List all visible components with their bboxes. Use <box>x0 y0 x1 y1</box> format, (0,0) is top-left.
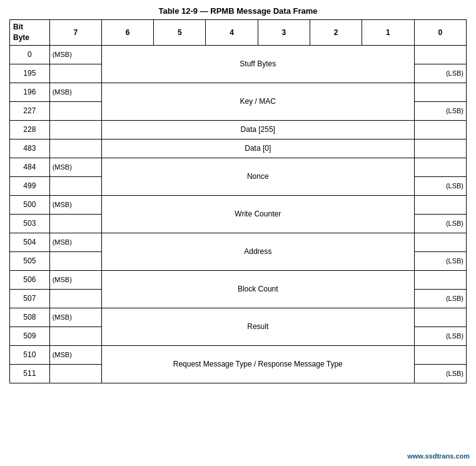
msb-cell <box>49 120 101 139</box>
byte-number: 505 <box>10 251 50 270</box>
field-label: Block Count <box>101 270 414 308</box>
msb-cell: (MSB) <box>49 195 101 214</box>
bit-byte-header: Bit Byte <box>10 20 50 46</box>
col-6-header: 6 <box>101 20 153 46</box>
lsb-cell: (LSB) <box>414 64 466 83</box>
field-label: Address <box>101 233 414 270</box>
col0-top <box>414 270 466 289</box>
byte-number: 500 <box>10 195 50 214</box>
byte-number: 227 <box>10 101 50 120</box>
col7-bottom <box>49 364 101 383</box>
col0-top <box>414 158 466 176</box>
byte-number: 511 <box>10 364 50 383</box>
col7-bottom <box>49 101 101 120</box>
byte-number: 510 <box>10 345 50 364</box>
byte-number: 0 <box>10 45 50 64</box>
field-label: Stuff Bytes <box>101 45 414 83</box>
field-label: Result <box>101 308 414 345</box>
lsb-cell: (LSB) <box>414 214 466 233</box>
col-2-header: 2 <box>310 20 362 46</box>
col-1-header: 1 <box>362 20 414 46</box>
field-label: Request Message Type / Response Message … <box>101 345 414 383</box>
lsb-cell: (LSB) <box>414 289 466 308</box>
field-label: Key / MAC <box>101 83 414 120</box>
col-0-header: 0 <box>414 20 466 46</box>
lsb-cell: (LSB) <box>414 176 466 195</box>
table-row: 510(MSB)Request Message Type / Response … <box>10 345 467 364</box>
lsb-cell: (LSB) <box>414 101 466 120</box>
col-4-header: 4 <box>206 20 258 46</box>
field-label: Data [0] <box>101 139 414 158</box>
col0-top <box>414 233 466 251</box>
byte-number: 503 <box>10 214 50 233</box>
table-title: Table 12-9 — RPMB Message Data Frame <box>9 6 467 16</box>
byte-number: 196 <box>10 83 50 101</box>
byte-number: 509 <box>10 327 50 345</box>
msb-cell: (MSB) <box>49 233 101 251</box>
byte-number: 484 <box>10 158 50 176</box>
col0-top <box>414 345 466 364</box>
col7-bottom <box>49 176 101 195</box>
table-row: 500(MSB)Write Counter <box>10 195 467 214</box>
col0-top <box>414 45 466 64</box>
table-row: 196(MSB)Key / MAC <box>10 83 467 101</box>
table-row: 483Data [0] <box>10 139 467 158</box>
col7-bottom <box>49 327 101 345</box>
col0-top <box>414 195 466 214</box>
col-3-header: 3 <box>258 20 310 46</box>
col7-bottom <box>49 214 101 233</box>
byte-number: 504 <box>10 233 50 251</box>
byte-number: 507 <box>10 289 50 308</box>
col0-top <box>414 308 466 327</box>
msb-cell: (MSB) <box>49 308 101 327</box>
lsb-cell <box>414 139 466 158</box>
watermark: www.ssdtrans.com <box>407 452 470 460</box>
msb-cell: (MSB) <box>49 83 101 101</box>
msb-cell: (MSB) <box>49 45 101 64</box>
field-label: Write Counter <box>101 195 414 233</box>
rpmb-table: Bit Byte 7 6 5 4 3 2 1 0 0(MSB)Stuff Byt… <box>9 19 467 383</box>
col7-bottom <box>49 64 101 83</box>
col0-top <box>414 120 466 139</box>
table-row: 228Data [255] <box>10 120 467 139</box>
col7-bottom <box>49 251 101 270</box>
byte-number: 483 <box>10 139 50 158</box>
byte-number: 508 <box>10 308 50 327</box>
field-label: Data [255] <box>101 120 414 139</box>
msb-cell: (MSB) <box>49 158 101 176</box>
col7-bottom <box>49 139 101 158</box>
byte-label: Byte <box>13 33 29 42</box>
table-row: 0(MSB)Stuff Bytes <box>10 45 467 64</box>
byte-number: 506 <box>10 270 50 289</box>
msb-cell: (MSB) <box>49 345 101 364</box>
byte-number: 499 <box>10 176 50 195</box>
field-label: Nonce <box>101 158 414 195</box>
col7-bottom <box>49 289 101 308</box>
table-row: 484(MSB)Nonce <box>10 158 467 176</box>
table-row: 506(MSB)Block Count <box>10 270 467 289</box>
col-5-header: 5 <box>154 20 206 46</box>
col-7-header: 7 <box>49 20 101 46</box>
col0-top <box>414 83 466 101</box>
table-row: 508(MSB)Result <box>10 308 467 327</box>
lsb-cell: (LSB) <box>414 364 466 383</box>
msb-cell: (MSB) <box>49 270 101 289</box>
lsb-cell: (LSB) <box>414 251 466 270</box>
byte-number: 195 <box>10 64 50 83</box>
lsb-cell: (LSB) <box>414 327 466 345</box>
bit-label: Bit <box>13 23 23 31</box>
byte-number: 228 <box>10 120 50 139</box>
table-row: 504(MSB)Address <box>10 233 467 251</box>
